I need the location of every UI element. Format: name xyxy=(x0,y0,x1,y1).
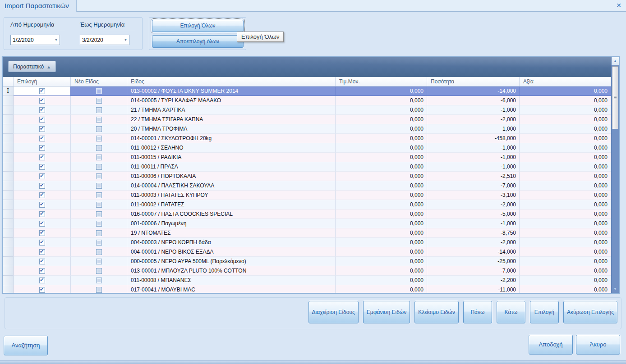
row-selector-cell[interactable] xyxy=(3,209,14,219)
new-item-checkbox[interactable] xyxy=(96,259,102,264)
row-selector-cell[interactable] xyxy=(3,181,14,191)
new-item-cell[interactable] xyxy=(71,219,127,228)
new-item-checkbox[interactable] xyxy=(96,192,102,198)
new-item-cell[interactable] xyxy=(71,115,127,124)
cancel-selection-button[interactable]: Ακύρωση Επιλογής xyxy=(563,301,617,323)
new-item-cell[interactable] xyxy=(71,285,127,293)
table-row[interactable]: 004-00001 / ΝΕΡΟ ΒΙΚΟΣ ΕΞΑΔΑ0,000-14,000… xyxy=(3,247,611,257)
row-selector-cell[interactable] xyxy=(3,96,14,105)
table-row[interactable]: 001-00006 / Παγωμένη0,000-1,0000,000 xyxy=(3,219,611,228)
new-item-cell[interactable] xyxy=(71,134,127,143)
row-selector-cell[interactable] xyxy=(3,124,14,134)
selection-checkbox[interactable] xyxy=(39,211,45,217)
new-item-checkbox[interactable] xyxy=(96,211,102,217)
table-row[interactable]: 011-00015 / ΡΑΔΙΚΙΑ0,000-1,0000,000 xyxy=(3,153,611,162)
table-row[interactable]: 014-00001 / ΣΚΥΛΟΤΡΟΦΗ 20kg0,000-458,000… xyxy=(3,134,611,143)
new-item-cell[interactable] xyxy=(71,153,127,162)
select-button[interactable]: Επιλογή xyxy=(530,301,559,323)
selection-cell[interactable] xyxy=(14,266,71,276)
selection-cell[interactable] xyxy=(14,181,71,191)
row-selector-cell[interactable] xyxy=(3,134,14,143)
selection-checkbox[interactable] xyxy=(39,126,45,132)
row-selector-cell[interactable] xyxy=(3,266,14,276)
table-row[interactable]: 19 / ΝΤΟΜΑΤΕΣ0,000-8,7500,000 xyxy=(3,228,611,238)
row-selector-cell[interactable] xyxy=(3,172,14,181)
new-item-checkbox[interactable] xyxy=(96,155,102,160)
close-icon[interactable]: ✕ xyxy=(616,1,621,9)
new-item-checkbox[interactable] xyxy=(96,145,102,151)
selection-cell[interactable] xyxy=(14,257,71,266)
new-item-cell[interactable] xyxy=(71,209,127,219)
new-item-cell[interactable] xyxy=(71,172,127,181)
selection-cell[interactable] xyxy=(14,209,71,219)
table-row[interactable]: 011-00006 / ΠΟΡΤΟΚΑΛΙΑ0,000-2,5100,000 xyxy=(3,172,611,181)
table-row[interactable]: I013-00002 / ΦΟΥΣΤΑ DKNY SUMMER 20140,00… xyxy=(3,86,611,96)
selection-checkbox[interactable] xyxy=(39,268,45,274)
selection-checkbox[interactable] xyxy=(39,145,45,151)
selection-checkbox[interactable] xyxy=(39,107,45,113)
new-item-cell[interactable] xyxy=(71,124,127,134)
table-row[interactable]: 004-00003 / ΝΕΡΟ ΚΟΡΠΗ 6άδα0,000-2,0000,… xyxy=(3,238,611,247)
chevron-down-icon[interactable]: ▼ xyxy=(53,38,60,42)
new-item-checkbox[interactable] xyxy=(96,173,102,179)
selection-checkbox[interactable] xyxy=(39,164,45,170)
row-selector-cell[interactable] xyxy=(3,200,14,209)
selection-cell[interactable] xyxy=(14,172,71,181)
selection-cell[interactable] xyxy=(14,276,71,285)
column-header-3[interactable]: Τιμ.Μον. xyxy=(336,77,427,86)
selection-cell[interactable] xyxy=(14,162,71,172)
row-selector-cell[interactable] xyxy=(3,153,14,162)
table-row[interactable]: 014-00005 / ΤΥΡΙ ΚΑΛΦΑΣ ΜΑΛΑΚΟ0,000-6,00… xyxy=(3,96,611,105)
new-item-cell[interactable] xyxy=(71,105,127,115)
new-item-cell[interactable] xyxy=(71,266,127,276)
selection-checkbox[interactable] xyxy=(39,287,45,293)
row-selector-cell[interactable] xyxy=(3,238,14,247)
column-header-2[interactable]: Είδος xyxy=(127,77,336,86)
new-item-checkbox[interactable] xyxy=(96,202,102,208)
new-item-cell[interactable] xyxy=(71,276,127,285)
selection-cell[interactable] xyxy=(14,115,71,124)
selection-checkbox[interactable] xyxy=(39,98,45,104)
scroll-down-icon[interactable]: ▼ xyxy=(612,285,619,293)
selection-checkbox[interactable] xyxy=(39,136,45,141)
new-item-checkbox[interactable] xyxy=(96,268,102,274)
new-item-cell[interactable] xyxy=(71,162,127,172)
column-header-5[interactable]: Αξία xyxy=(520,77,611,86)
row-selector-cell[interactable] xyxy=(3,257,14,266)
selection-checkbox[interactable] xyxy=(39,230,45,236)
new-item-checkbox[interactable] xyxy=(96,117,102,123)
scrollbar-thumb[interactable] xyxy=(612,66,618,129)
selection-cell[interactable] xyxy=(14,105,71,115)
row-selector-cell[interactable] xyxy=(3,115,14,124)
table-row[interactable]: 011-00003 / ΠΑΤΑΤΕΣ ΚΥΠΡΟΥ0,000-3,1000,0… xyxy=(3,191,611,200)
selection-cell[interactable] xyxy=(14,219,71,228)
column-header-0[interactable]: Επιλογή xyxy=(14,77,71,86)
new-item-checkbox[interactable] xyxy=(96,249,102,255)
cancel-button[interactable]: Άκυρο xyxy=(576,335,620,355)
up-button[interactable]: Πάνω xyxy=(463,301,492,323)
selection-checkbox[interactable] xyxy=(39,117,45,123)
new-item-checkbox[interactable] xyxy=(96,98,102,104)
new-item-cell[interactable] xyxy=(71,96,127,105)
search-button[interactable]: Αναζήτηση xyxy=(4,336,48,355)
selection-cell[interactable] xyxy=(14,124,71,134)
selection-cell[interactable] xyxy=(14,238,71,247)
deselect-all-button[interactable]: Αποεπιλογή όλων xyxy=(152,35,244,48)
selection-checkbox[interactable] xyxy=(39,192,45,198)
table-row[interactable]: 016-00007 / ΠΑΣΤΑ COOCKIES SPECIAL0,000-… xyxy=(3,209,611,219)
row-selector-cell[interactable] xyxy=(3,105,14,115)
table-row[interactable]: 011-00011 / ΠΡΑΣΑ0,000-1,0000,000 xyxy=(3,162,611,172)
selection-checkbox[interactable] xyxy=(39,88,45,94)
selection-checkbox[interactable] xyxy=(39,249,45,255)
row-selector-cell[interactable] xyxy=(3,228,14,238)
selection-cell[interactable] xyxy=(14,86,71,96)
row-selector-cell[interactable] xyxy=(3,143,14,153)
new-item-cell[interactable] xyxy=(71,257,127,266)
selection-cell[interactable] xyxy=(14,143,71,153)
table-row[interactable]: 011-00008 / ΜΠΑΝΑΝΕΣ0,000-2,2000,000 xyxy=(3,276,611,285)
table-row[interactable]: 20 / ΤΜΗΜΑ ΤΡΟΦΙΜΑ0,0001,0000,000 xyxy=(3,124,611,134)
selection-checkbox[interactable] xyxy=(39,259,45,264)
row-selector-cell[interactable] xyxy=(3,276,14,285)
new-item-checkbox[interactable] xyxy=(96,107,102,113)
new-item-cell[interactable] xyxy=(71,143,127,153)
